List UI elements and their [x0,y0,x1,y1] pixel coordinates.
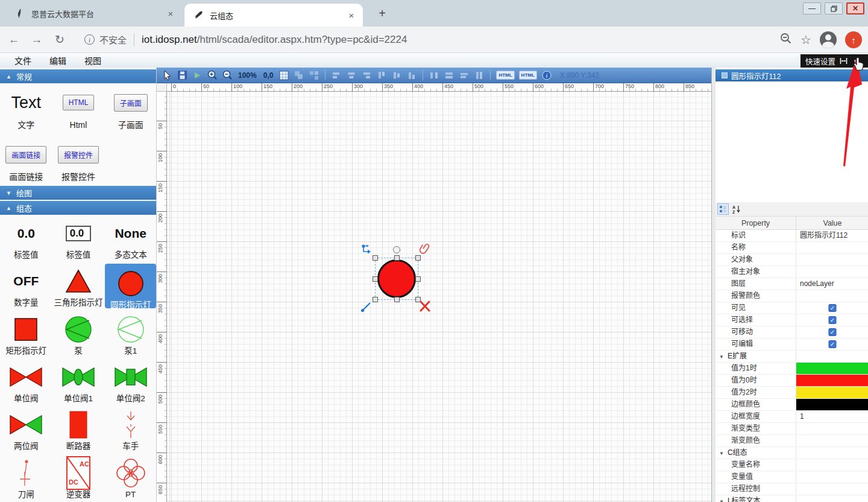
section-collapse-icon[interactable]: ▼ [719,451,724,456]
property-row[interactable]: 远程控制 [715,483,868,495]
property-row[interactable]: 名称 [715,242,868,254]
line-draw-icon[interactable] [360,300,373,316]
palette-item-red-circle[interactable]: 圆形指示灯 [105,264,156,308]
property-value[interactable] [796,483,868,495]
palette-item-text-bold-0-0[interactable]: 0.0标签值 [0,215,52,262]
palette-item-pump-green[interactable]: 泵 [52,311,105,358]
palette-item-text-boxed-0-0[interactable]: 0.0标签值 [52,215,105,262]
property-row[interactable]: 可移动✓ [715,326,868,338]
palette-item-inverter-acdc[interactable]: ACDC逆变器 [52,454,105,501]
property-value[interactable] [796,459,868,471]
align-right-icon[interactable] [361,70,372,81]
menu-file[interactable]: 文件 [11,53,35,68]
property-value[interactable] [796,471,868,483]
distribute-horizontal-icon[interactable] [429,70,439,81]
same-height-icon[interactable] [459,70,470,81]
alphabetical-sort-icon[interactable]: AZ [731,203,742,215]
property-value[interactable]: ✓ [796,338,868,350]
align-top-icon[interactable] [376,70,387,81]
quick-settings-label[interactable]: 快速设置 [805,56,835,67]
property-value[interactable]: ✓ [796,302,868,314]
property-value[interactable] [796,290,868,302]
checkbox[interactable]: ✓ [829,316,837,324]
palette-section-scada[interactable]: ▲ 组态 [0,201,157,215]
palette-item-text-bold-none[interactable]: None多态文本 [104,215,157,262]
palette-item-button-html[interactable]: HTMLHtml [52,83,105,135]
menu-view[interactable]: 视图 [81,53,105,68]
align-bottom-icon[interactable] [406,70,417,81]
address-text[interactable]: iot.idosp.net/html/scada/editor.aspx.htm… [142,34,407,46]
tab-scada-editor[interactable]: 云组态 × [184,4,363,27]
property-row[interactable]: 渐变类型 [715,423,868,435]
close-button[interactable]: ✕ [846,2,864,14]
group-icon[interactable] [294,70,304,81]
property-value[interactable] [796,423,868,434]
connector-icon[interactable] [361,244,373,258]
palette-item-button-报警控件[interactable]: 报警控件报警控件 [52,135,105,187]
design-canvas[interactable] [167,92,711,502]
forward-icon[interactable]: → [28,31,46,49]
property-value[interactable]: nodeLayer [796,278,868,290]
property-value[interactable] [796,399,868,410]
resize-handle-n[interactable] [394,255,400,261]
property-section-row[interactable]: ▼L标签文本 [715,495,868,502]
resize-handle-s[interactable] [394,297,400,302]
property-value[interactable] [796,254,868,265]
property-value[interactable] [796,435,868,446]
palette-item-button-子画面[interactable]: 子画面子画面 [104,83,157,135]
property-value[interactable] [796,387,868,398]
back-icon[interactable]: ← [5,31,23,49]
property-value[interactable]: ✓ [796,314,868,326]
tab-close-icon[interactable]: × [346,10,357,21]
resize-handle-nw[interactable] [373,255,378,261]
same-size-icon[interactable] [474,70,485,81]
align-center-icon[interactable] [346,70,357,81]
profile-avatar[interactable] [820,31,837,48]
property-value[interactable]: 圆形指示灯112 [796,230,868,241]
resize-handle-e[interactable] [415,276,421,282]
palette-item-text-bold-off[interactable]: OFF数字量 [0,262,52,310]
zoom-out-icon[interactable] [222,70,233,81]
color-swatch[interactable] [796,399,868,410]
same-width-icon[interactable] [444,70,454,81]
property-row[interactable]: 变量值 [715,471,868,483]
attachment-paperclip-icon[interactable] [419,243,431,258]
property-value[interactable]: ✓ [796,326,868,338]
resize-handle-sw[interactable] [373,297,378,302]
palette-item-pump-outline[interactable]: 泵1 [104,311,157,358]
palette-item-valve-green-rect[interactable]: 单位阀2 [104,358,157,405]
property-row[interactable]: 渐变颜色 [715,435,868,447]
property-value[interactable] [796,242,868,253]
palette-item-text-large-text[interactable]: Text文字 [0,83,52,135]
grid-toggle-icon[interactable] [278,70,289,81]
palette-item-red-triangle[interactable]: 三角形指示灯 [52,262,105,310]
property-row[interactable]: 值为2时 [715,387,868,399]
html-export-button[interactable]: HTML [496,71,514,80]
new-tab-button[interactable]: + [374,5,391,22]
property-value[interactable] [796,266,868,278]
color-swatch[interactable] [796,363,868,374]
select-cursor-icon[interactable] [162,70,172,81]
reload-icon[interactable]: ↻ [51,31,69,49]
rotate-handle[interactable] [393,246,400,253]
palette-item-valve-red[interactable]: 单位阀 [0,358,52,405]
palette-item-button-画面链接[interactable]: 画面链接画面链接 [0,135,52,187]
property-row[interactable]: 图层nodeLayer [715,278,868,290]
property-row[interactable]: 可编辑✓ [715,338,868,351]
align-middle-icon[interactable] [391,70,402,81]
tab-close-icon[interactable]: × [165,8,176,19]
align-left-icon[interactable] [331,70,342,81]
info-icon[interactable]: i [541,70,552,81]
restore-button[interactable] [825,2,843,14]
property-row[interactable]: 值为1时 [715,363,868,375]
categorized-view-icon[interactable] [717,203,729,215]
palette-section-drawing[interactable]: ▼ 绘图 [0,186,157,200]
delete-icon[interactable] [419,300,431,314]
property-row[interactable]: 报警颜色 [715,290,868,302]
property-row[interactable]: 边框宽度1 [715,411,868,423]
checkbox[interactable]: ✓ [829,340,837,348]
property-value[interactable] [796,375,868,386]
property-row[interactable]: 可见✓ [715,302,868,314]
tab-dashboard[interactable]: 思普云大数据平台 × [6,0,182,27]
save-icon[interactable] [177,70,187,81]
